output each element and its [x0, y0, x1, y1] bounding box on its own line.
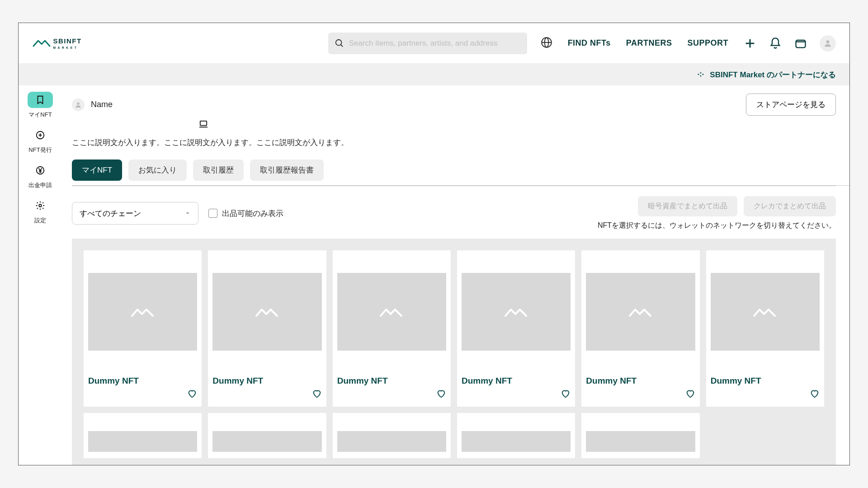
nft-card[interactable]: Dummy NFT: [333, 250, 451, 407]
sidebar-item-label: NFT発行: [28, 146, 52, 154]
sidebar-item-settings[interactable]: 設定: [19, 197, 62, 225]
listable-only-checkbox[interactable]: 出品可能のみ表示: [208, 208, 283, 219]
checkbox-label: 出品可能のみ表示: [222, 208, 283, 219]
main-content: Name ストアページを見る ここに説明文が入ります。ここに説明文が入ります。こ…: [62, 85, 849, 465]
chain-select-value: すべてのチェーン: [80, 208, 141, 219]
nft-card[interactable]: Dummy NFT: [457, 250, 575, 407]
svg-point-10: [826, 40, 830, 43]
nft-card[interactable]: [208, 413, 326, 458]
heart-icon[interactable]: [436, 389, 446, 400]
partner-link-label: SBINFT Market のパートナーになる: [710, 70, 836, 80]
avatar[interactable]: [820, 35, 836, 52]
view-store-button[interactable]: ストアページを見る: [746, 94, 836, 116]
heart-icon[interactable]: [810, 389, 820, 400]
bookmark-icon: [35, 95, 45, 105]
profile-description: ここに説明文が入ります。ここに説明文が入ります。ここに説明文が入ります。: [72, 137, 849, 148]
header: SBINFT MARKET FIND NFTs PARTNERS SUPPORT: [19, 23, 849, 64]
nft-image-placeholder: [88, 273, 197, 351]
nft-card-title: Dummy NFT: [711, 376, 820, 386]
nft-image-placeholder: [711, 273, 820, 351]
search-icon: [335, 38, 344, 48]
svg-point-2: [335, 39, 341, 45]
laptop-icon: [198, 120, 208, 128]
svg-rect-12: [700, 72, 702, 74]
language-icon[interactable]: [541, 37, 552, 50]
sidebar-item-my-nft[interactable]: マイNFT: [19, 92, 62, 119]
chevron-down-icon: [184, 210, 191, 216]
divider: [72, 186, 836, 186]
sidebar: マイNFT NFT発行 出金申請 設定: [19, 85, 62, 465]
nft-image-placeholder: [88, 431, 197, 452]
nft-card-title: Dummy NFT: [586, 376, 695, 386]
nft-image-placeholder: [586, 431, 695, 452]
network-note: NFTを選択するには、ウォレットのネットワークを切り替えてください。: [598, 221, 836, 230]
sidebar-item-mint[interactable]: NFT発行: [19, 127, 62, 154]
svg-rect-14: [703, 74, 704, 75]
heart-icon[interactable]: [685, 389, 695, 400]
nft-card[interactable]: [457, 413, 575, 458]
svg-point-19: [39, 204, 42, 207]
nft-card[interactable]: [84, 413, 202, 458]
nft-card[interactable]: [581, 413, 699, 458]
sidebar-item-label: 設定: [34, 216, 46, 225]
svg-line-3: [340, 44, 343, 47]
bell-icon[interactable]: [769, 37, 782, 50]
gear-icon: [35, 201, 45, 211]
svg-text:MARKET: MARKET: [53, 46, 79, 49]
nav-support[interactable]: SUPPORT: [687, 38, 728, 48]
plus-circle-icon: [35, 130, 45, 140]
tabs: マイNFT お気に入り 取引履歴 取引履歴報告書: [72, 160, 849, 186]
search-box[interactable]: [328, 33, 527, 54]
heart-icon[interactable]: [312, 389, 322, 400]
heart-icon[interactable]: [187, 389, 197, 400]
nav-partners[interactable]: PARTNERS: [626, 38, 672, 48]
nft-image-placeholder: [212, 273, 321, 351]
nft-card-title: Dummy NFT: [88, 376, 197, 386]
nft-card-title: Dummy NFT: [337, 376, 446, 386]
svg-rect-11: [698, 74, 700, 75]
sidebar-item-label: 出金申請: [28, 181, 52, 189]
nft-image-placeholder: [462, 273, 571, 351]
svg-text:SBINFT: SBINFT: [53, 37, 82, 45]
tab-report[interactable]: 取引履歴報告書: [250, 160, 324, 181]
search-input[interactable]: [349, 39, 521, 48]
nft-card[interactable]: Dummy NFT: [706, 250, 824, 407]
bulk-list-crypto-button: 暗号資産でまとめて出品: [638, 196, 737, 216]
bulk-list-card-button: クレカでまとめて出品: [744, 196, 836, 216]
nft-card[interactable]: Dummy NFT: [581, 250, 699, 407]
nft-grid: Dummy NFTDummy NFTDummy NFTDummy NFTDumm…: [72, 239, 836, 465]
tab-my-nft[interactable]: マイNFT: [72, 160, 122, 181]
svg-rect-13: [700, 75, 702, 77]
heart-icon[interactable]: [561, 389, 571, 400]
nft-card[interactable]: Dummy NFT: [208, 250, 326, 407]
nft-card-title: Dummy NFT: [462, 376, 571, 386]
chain-select[interactable]: すべてのチェーン: [72, 202, 198, 225]
nft-image-placeholder: [337, 273, 446, 351]
nft-image-placeholder: [586, 273, 695, 351]
nav-find-nfts[interactable]: FIND NFTs: [568, 38, 611, 48]
nft-card-title: Dummy NFT: [212, 376, 321, 386]
svg-rect-21: [200, 121, 207, 126]
checkbox-box: [208, 209, 217, 218]
nft-image-placeholder: [337, 431, 446, 452]
nft-image-placeholder: [462, 431, 571, 452]
partner-link[interactable]: SBINFT Market のパートナーになる: [697, 70, 836, 80]
logo[interactable]: SBINFT MARKET: [32, 36, 113, 51]
sidebar-item-withdraw[interactable]: 出金申請: [19, 162, 62, 189]
profile-name: Name: [91, 100, 113, 109]
tab-history[interactable]: 取引履歴: [193, 160, 244, 181]
wallet-icon[interactable]: [794, 37, 807, 50]
partner-banner: SBINFT Market のパートナーになる: [19, 64, 849, 85]
nft-card[interactable]: [333, 413, 451, 458]
nft-card[interactable]: Dummy NFT: [84, 250, 202, 407]
nft-image-placeholder: [212, 431, 321, 452]
profile-avatar: [72, 99, 85, 111]
sparkle-icon: [697, 70, 706, 79]
sidebar-item-label: マイNFT: [28, 111, 52, 119]
yen-circle-icon: [35, 165, 45, 175]
svg-point-20: [77, 102, 79, 104]
tab-favorites[interactable]: お気に入り: [128, 160, 187, 181]
plus-icon[interactable]: [744, 37, 756, 50]
